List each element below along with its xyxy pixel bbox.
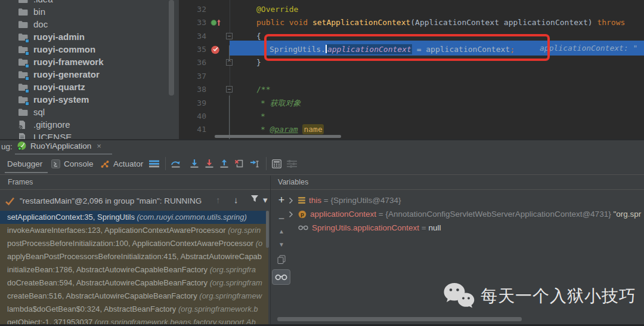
tree-item-label: .gitignore — [33, 119, 70, 130]
this-icon — [298, 196, 305, 204]
tree-item-doc[interactable]: doc — [0, 18, 179, 30]
move-watch-down-button[interactable]: ▼ — [275, 238, 288, 251]
line-number: 35 — [179, 43, 206, 56]
watch-icon — [298, 225, 308, 230]
tree-item-sql[interactable]: sql — [0, 106, 179, 118]
gutter-line-36[interactable]: 36^ — [179, 56, 230, 69]
tree-item-bin[interactable]: bin — [0, 5, 179, 18]
evaluate-expression-button[interactable] — [271, 158, 283, 169]
stack-frame[interactable]: doCreateBean:594, AbstractAutowireCapabl… — [0, 276, 268, 290]
layout-settings-button[interactable] — [286, 158, 298, 169]
module-folder-icon — [18, 32, 29, 42]
tree-item--idea[interactable]: .idea — [0, 0, 179, 5]
next-frame-button[interactable]: ↓ — [234, 195, 239, 205]
previous-frame-button[interactable]: ↑ — [216, 195, 221, 205]
step-out-icon — [219, 159, 229, 168]
stack-frame[interactable]: initializeBean:1786, AbstractAutowireCap… — [0, 263, 268, 276]
tree-item-ruoyi-generator[interactable]: ruoyi-generator — [0, 68, 179, 81]
code-line-37[interactable] — [230, 70, 644, 83]
session-tab-ruoyiapplication[interactable]: RuoYiApplication × — [17, 141, 101, 151]
frames-list: setApplicationContext:35, SpringUtils (c… — [0, 211, 268, 326]
tab-label: Console — [64, 159, 94, 168]
tree-item-license[interactable]: LICENSE — [0, 131, 179, 139]
stack-frame[interactable]: postProcessBeforeInitialization:100, App… — [0, 237, 268, 250]
gutter-line-32[interactable]: 32 — [179, 3, 230, 16]
thread-dropdown-button[interactable]: ▾ — [263, 195, 268, 205]
thread-selector[interactable]: "restartedMain"@2,096 in group "main": R… — [0, 193, 268, 209]
variables-hscrollbar[interactable] — [277, 317, 522, 321]
gutter-line-34[interactable]: 34− — [179, 30, 230, 43]
gutter-line-38[interactable]: 38− — [179, 83, 230, 96]
panel-divider[interactable] — [270, 176, 271, 326]
code-line-40[interactable]: * — [230, 110, 644, 123]
stack-frame[interactable]: createBean:516, AbstractAutowireCapableB… — [0, 290, 268, 303]
thread-status-icon — [5, 197, 15, 205]
duplicate-watch-button[interactable] — [275, 253, 288, 266]
drop-frame-button[interactable] — [233, 158, 245, 169]
show-watches-button[interactable] — [272, 269, 290, 285]
gutter-line-40[interactable]: 40 — [179, 110, 230, 123]
step-out-button[interactable] — [218, 158, 230, 169]
expand-chevron-icon[interactable] — [289, 211, 295, 218]
code-line-38[interactable]: /** — [230, 83, 644, 96]
force-step-into-button[interactable] — [203, 158, 215, 169]
tab-debugger[interactable]: Debugger — [7, 155, 42, 173]
code-token: * — [261, 112, 265, 121]
code-editor[interactable]: 323334−3536^3738−394041 @Overridepublic … — [179, 0, 644, 139]
step-into-button[interactable] — [188, 158, 200, 169]
debugger-inline-hint: applicationContext: " — [540, 41, 637, 56]
hide-library-frames-button[interactable] — [250, 195, 259, 202]
close-icon[interactable]: × — [97, 142, 101, 150]
variable-row-applicationcontext[interactable]: papplicationContext = {AnnotationConfigS… — [289, 207, 644, 221]
tree-item--gitignore[interactable]: .gitignore — [0, 118, 179, 131]
stack-frame[interactable]: invokeAwareInterfaces:123, ApplicationCo… — [0, 224, 268, 237]
frame-package: (org.springfram — [210, 278, 262, 287]
variable-text: applicationContext = {AnnotationConfigSe… — [310, 210, 641, 219]
view-options-button[interactable] — [148, 158, 160, 169]
tree-item-ruoyi-framework[interactable]: ruoyi-framework — [0, 56, 179, 68]
gutter-line-35[interactable]: 35 — [179, 43, 230, 56]
code-token: @Override — [256, 5, 298, 14]
run-to-cursor-button[interactable] — [249, 158, 261, 169]
plus-icon: + — [278, 194, 285, 207]
move-watch-up-button[interactable]: ▲ — [275, 224, 288, 238]
variable-row-this[interactable]: this = {SpringUtils@4734} — [289, 193, 644, 207]
tree-item-ruoyi-system[interactable]: ruoyi-system — [0, 93, 179, 106]
new-watch-button[interactable]: + — [275, 193, 288, 207]
code-line-32[interactable]: @Override — [230, 3, 644, 16]
override-marker-icon[interactable] — [210, 18, 222, 27]
frames-scrollbar[interactable] — [266, 211, 269, 248]
stack-frame[interactable]: lambda$doGetBean$0:324, AbstractBeanFact… — [0, 303, 268, 316]
stack-frame[interactable]: setApplicationContext:35, SpringUtils (c… — [0, 211, 268, 224]
frame-location: invokeAwareInterfaces:123, ApplicationCo… — [7, 226, 228, 235]
variable-row-springutils-applicationcontext[interactable]: SpringUtils.applicationContext = null — [289, 221, 644, 235]
code-line-33[interactable]: public void setApplicationContext(Applic… — [230, 16, 644, 29]
tree-scrollbar[interactable] — [169, 0, 174, 96]
code-token: * — [261, 99, 270, 107]
code-line-41[interactable]: * @param name — [230, 123, 644, 136]
expand-chevron-icon[interactable] — [289, 197, 295, 204]
tree-item-ruoyi-admin[interactable]: ruoyi-admin — [0, 30, 179, 43]
debug-session-row: ug: RuoYiApplication × — [0, 140, 644, 155]
tab-actuator[interactable]: Actuator — [100, 155, 143, 173]
line-number: 39 — [179, 97, 206, 110]
line-number: 36 — [179, 56, 206, 69]
gutter-line-37[interactable]: 37 — [179, 70, 230, 83]
breakpoint-icon[interactable] — [210, 45, 220, 54]
editor-hscrollbar[interactable] — [215, 135, 341, 138]
step-over-button[interactable] — [170, 158, 182, 169]
gutter-line-41[interactable]: 41 — [179, 123, 230, 136]
code-line-39[interactable]: * 获取对象 — [230, 97, 644, 110]
tree-item-ruoyi-common[interactable]: ruoyi-common — [0, 43, 179, 56]
remove-watch-button[interactable]: − — [275, 212, 288, 225]
stack-frame[interactable]: applyBeanPostProcessorsBeforeInitializat… — [0, 250, 268, 263]
gutter-line-33[interactable]: 33 — [179, 16, 230, 29]
folder-icon — [18, 0, 29, 4]
tree-item-ruoyi-quartz[interactable]: ruoyi-quartz — [0, 81, 179, 93]
gutter-line-39[interactable]: 39 — [179, 97, 230, 110]
line-number: 40 — [179, 110, 206, 123]
tab-console[interactable]: Console — [51, 155, 94, 173]
variable-text: this = {SpringUtils@4734} — [309, 196, 401, 205]
text-file-icon — [18, 133, 29, 140]
tree-item-label: doc — [33, 19, 48, 29]
